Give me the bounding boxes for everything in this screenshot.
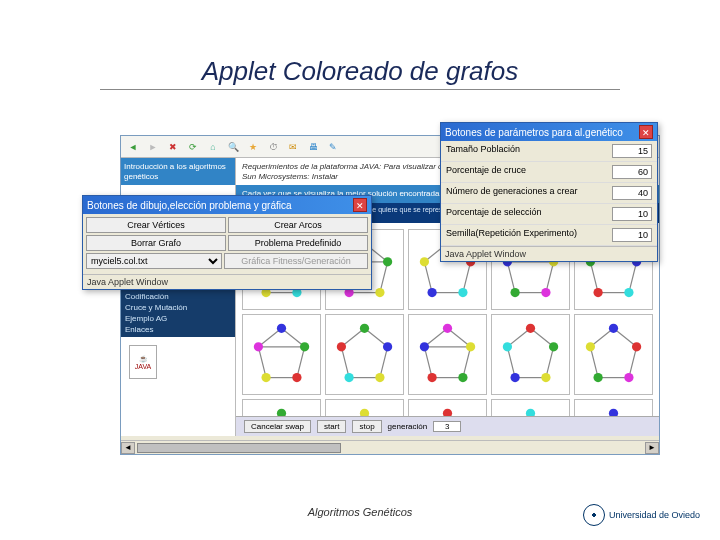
svg-line-68 [341,347,349,378]
svg-point-63 [300,342,309,351]
favorites-icon[interactable]: ★ [245,139,261,155]
graph-cell[interactable] [408,314,487,395]
close-icon[interactable]: ✕ [639,125,653,139]
graph-cell[interactable] [325,314,404,395]
svg-point-54 [624,288,633,297]
stop-icon[interactable]: ✖ [165,139,181,155]
svg-point-21 [383,257,392,266]
svg-point-85 [427,373,436,382]
delete-graph-button[interactable]: Borrar Grafo [86,235,226,251]
generations-input[interactable] [612,186,652,200]
svg-line-79 [463,347,471,378]
back-icon[interactable]: ◄ [125,139,141,155]
svg-line-100 [629,347,637,378]
generation-label: generación [388,422,428,431]
dialog-status: Java Applet Window [441,246,657,261]
svg-point-32 [427,288,436,297]
svg-line-57 [258,347,266,378]
svg-point-103 [586,342,595,351]
bottom-controls: Cancelar swap start stop generación [236,416,659,436]
history-icon[interactable]: ⏱ [265,139,281,155]
svg-point-105 [593,373,602,382]
crossover-pct-input[interactable] [612,165,652,179]
seed-input[interactable] [612,228,652,242]
dialog-titlebar[interactable]: Botones de parámetros para al.genético ✕ [441,123,657,141]
svg-line-36 [507,262,515,293]
svg-line-47 [590,262,598,293]
dialog-titlebar[interactable]: Botones de dibujo,elección problema y gr… [83,196,371,214]
predefined-problem-button[interactable]: Problema Predefinido [228,235,368,251]
cancel-swap-button[interactable]: Cancelar swap [244,420,311,433]
svg-point-30 [420,257,429,266]
svg-point-44 [541,288,550,297]
svg-point-84 [466,342,475,351]
svg-point-53 [593,288,602,297]
svg-point-73 [383,342,392,351]
svg-point-104 [632,342,641,351]
dialog-status: Java Applet Window [83,274,371,289]
svg-line-90 [546,347,554,378]
svg-point-94 [549,342,558,351]
scroll-right-icon[interactable]: ► [645,442,659,454]
create-arcs-button[interactable]: Crear Arcos [228,217,368,233]
svg-point-72 [337,342,346,351]
svg-line-89 [507,347,515,378]
java-logo: ☕ JAVA [129,345,157,379]
svg-point-71 [360,323,369,332]
svg-point-93 [503,342,512,351]
svg-line-16 [380,262,388,293]
nav-item[interactable]: Cruce y Mutación [125,302,231,313]
svg-point-95 [510,373,519,382]
forward-icon[interactable]: ► [145,139,161,155]
print-icon[interactable]: 🖶 [305,139,321,155]
dialog-title: Botones de dibujo,elección problema y gr… [87,200,292,211]
population-size-input[interactable] [612,144,652,158]
scroll-thumb[interactable] [137,443,341,453]
university-name: Universidad de Oviedo [609,510,700,520]
svg-line-37 [546,262,554,293]
svg-point-96 [541,373,550,382]
close-icon[interactable]: ✕ [353,198,367,212]
selection-pct-input[interactable] [612,207,652,221]
fitness-graph-button[interactable]: Gráfica Fitness/Generación [224,253,368,269]
svg-line-58 [297,347,305,378]
search-icon[interactable]: 🔍 [225,139,241,155]
emblem-icon [583,504,605,526]
param-label: Porcentaje de cruce [446,165,526,179]
dialog-title: Botones de parámetros para al.genético [445,127,623,138]
home-icon[interactable]: ⌂ [205,139,221,155]
scroll-left-icon[interactable]: ◄ [121,442,135,454]
nav-item[interactable]: Ejemplo AG [125,313,231,324]
mail-icon[interactable]: ✉ [285,139,301,155]
graph-cell[interactable] [242,314,321,395]
graph-cell[interactable] [574,314,653,395]
param-label: Semilla(Repetición Experimento) [446,228,577,242]
svg-point-43 [510,288,519,297]
svg-point-62 [254,342,263,351]
stop-button[interactable]: stop [352,420,381,433]
svg-point-83 [420,342,429,351]
svg-point-64 [261,373,270,382]
start-button[interactable]: start [317,420,347,433]
svg-point-23 [375,288,384,297]
param-label: Tamaño Población [446,144,520,158]
generation-value[interactable] [433,421,461,432]
svg-point-102 [609,323,618,332]
java-label: JAVA [135,363,151,370]
edit-icon[interactable]: ✎ [325,139,341,155]
parameters-dialog: Botones de parámetros para al.genético ✕… [440,122,658,262]
nav-item[interactable]: Enlaces [125,324,231,335]
svg-point-82 [443,323,452,332]
svg-point-106 [624,373,633,382]
nav-item[interactable]: Codificación [125,291,231,302]
svg-point-86 [458,373,467,382]
problem-select[interactable]: myciel5.col.txt [86,253,222,269]
horizontal-scrollbar[interactable]: ◄ ► [121,440,659,454]
graph-cell[interactable] [491,314,570,395]
university-logo: Universidad de Oviedo [583,504,700,526]
create-vertices-button[interactable]: Crear Vértices [86,217,226,233]
nav-heading: Introducción a los algoritmos genéticos [121,158,235,185]
svg-line-27 [463,262,471,293]
refresh-icon[interactable]: ⟳ [185,139,201,155]
param-label: Porcentaje de selección [446,207,542,221]
